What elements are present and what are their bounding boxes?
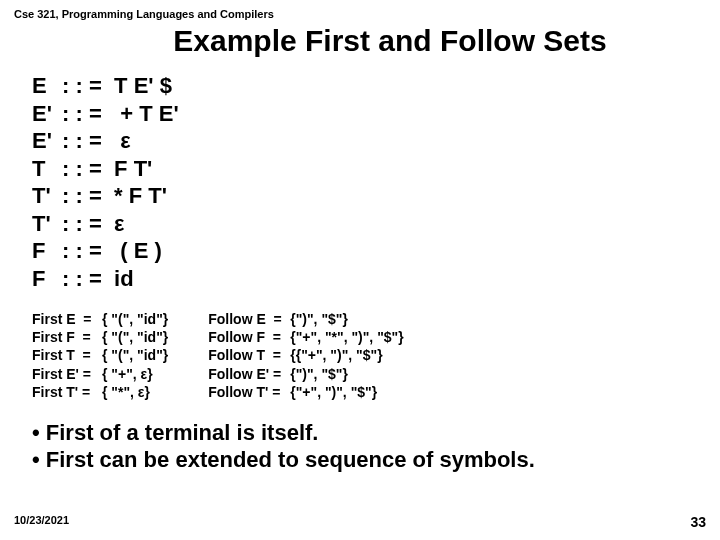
grammar-rhs: F T' (108, 155, 152, 183)
grammar-rhs: * F T' (108, 182, 167, 210)
follow-set-row: Follow E' = {")", "$"} (208, 365, 403, 383)
first-set-row: First T' = { "*", ε} (32, 383, 168, 401)
follow-set-value: {"+", ")", "$"} (290, 383, 377, 401)
grammar-rhs: ε (108, 127, 131, 155)
grammar-op: : : = (62, 100, 108, 128)
grammar-op: : : = (62, 265, 108, 293)
bullet-list: • First of a terminal is itself. • First… (32, 419, 706, 474)
follow-sets-column: Follow E = {")", "$"} Follow F = {"+", "… (208, 310, 403, 401)
follow-set-label: Follow E = (208, 310, 290, 328)
first-set-value: { "(", "id"} (102, 346, 168, 364)
follow-set-label: Follow E' = (208, 365, 290, 383)
grammar-op: : : = (62, 127, 108, 155)
grammar-lhs: E (32, 72, 62, 100)
sets-block: First E = { "(", "id"} First F = { "(", … (32, 310, 706, 401)
grammar-rhs: ( E ) (108, 237, 162, 265)
first-set-value: { "(", "id"} (102, 328, 168, 346)
grammar-lhs: E' (32, 100, 62, 128)
grammar-rule: T' : : = ε (32, 210, 706, 238)
grammar-lhs: T (32, 155, 62, 183)
grammar-rhs: T E' $ (108, 72, 172, 100)
grammar-rule: T' : : = * F T' (32, 182, 706, 210)
grammar-lhs: T' (32, 182, 62, 210)
first-set-row: First E' = { "+", ε} (32, 365, 168, 383)
follow-set-value: {")", "$"} (290, 365, 348, 383)
grammar-lhs: T' (32, 210, 62, 238)
first-set-label: First T' = (32, 383, 102, 401)
follow-set-row: Follow T' = {"+", ")", "$"} (208, 383, 403, 401)
grammar-rule: E : : = T E' $ (32, 72, 706, 100)
grammar-rhs: + T E' (108, 100, 179, 128)
follow-set-row: Follow T = {{"+", ")", "$"} (208, 346, 403, 364)
follow-set-value: {")", "$"} (290, 310, 348, 328)
grammar-lhs: F (32, 265, 62, 293)
first-set-row: First F = { "(", "id"} (32, 328, 168, 346)
first-set-value: { "*", ε} (102, 383, 150, 401)
first-set-label: First E = (32, 310, 102, 328)
grammar-op: : : = (62, 72, 108, 100)
grammar-lhs: F (32, 237, 62, 265)
first-set-row: First E = { "(", "id"} (32, 310, 168, 328)
follow-set-label: Follow T' = (208, 383, 290, 401)
follow-set-value: {"+", "*", ")", "$"} (290, 328, 403, 346)
follow-set-row: Follow E = {")", "$"} (208, 310, 403, 328)
first-set-value: { "+", ε} (102, 365, 153, 383)
footer-date: 10/23/2021 (14, 514, 69, 530)
grammar-rule: T : : = F T' (32, 155, 706, 183)
first-set-label: First E' = (32, 365, 102, 383)
follow-set-label: Follow F = (208, 328, 290, 346)
first-set-value: { "(", "id"} (102, 310, 168, 328)
grammar-rule: E' : : = ε (32, 127, 706, 155)
follow-set-value: {{"+", ")", "$"} (290, 346, 382, 364)
follow-set-label: Follow T = (208, 346, 290, 364)
grammar-op: : : = (62, 237, 108, 265)
grammar-rhs: id (108, 265, 134, 293)
grammar-op: : : = (62, 182, 108, 210)
first-set-label: First F = (32, 328, 102, 346)
grammar-rhs: ε (108, 210, 125, 238)
bullet-item: • First can be extended to sequence of s… (32, 446, 706, 474)
grammar-rule: F : : = ( E ) (32, 237, 706, 265)
slide-footer: 10/23/2021 33 (14, 514, 706, 530)
grammar-op: : : = (62, 155, 108, 183)
follow-set-row: Follow F = {"+", "*", ")", "$"} (208, 328, 403, 346)
grammar-op: : : = (62, 210, 108, 238)
footer-page-number: 33 (690, 514, 706, 530)
course-label: Cse 321, Programming Languages and Compi… (14, 8, 706, 20)
grammar-rule: F : : = id (32, 265, 706, 293)
bullet-item: • First of a terminal is itself. (32, 419, 706, 447)
grammar-rule: E' : : = + T E' (32, 100, 706, 128)
page-title: Example First and Follow Sets (74, 24, 706, 58)
first-set-row: First T = { "(", "id"} (32, 346, 168, 364)
first-sets-column: First E = { "(", "id"} First F = { "(", … (32, 310, 168, 401)
grammar-block: E : : = T E' $ E' : : = + T E' E' : : = … (32, 72, 706, 292)
first-set-label: First T = (32, 346, 102, 364)
grammar-lhs: E' (32, 127, 62, 155)
